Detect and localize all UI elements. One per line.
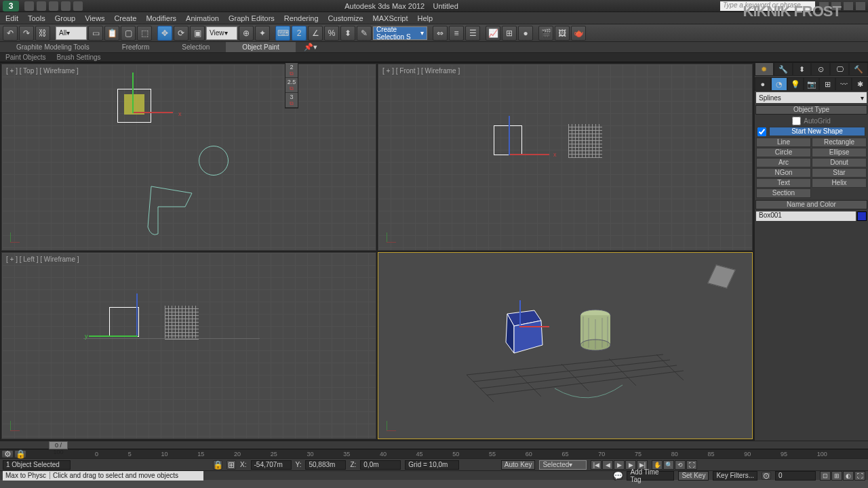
keymode-dropdown[interactable]: Selected ▾ <box>539 460 587 470</box>
tab-freeform[interactable]: Freeform <box>106 42 166 52</box>
nav-orbit-icon[interactable]: ⟲ <box>675 460 686 470</box>
key-filters[interactable]: Key Filters... <box>713 471 757 481</box>
btn-donut[interactable]: Donut <box>812 158 867 167</box>
selection-filter[interactable]: All ▾ <box>56 26 87 40</box>
track-cfg-icon[interactable]: ⚙ <box>1 450 14 458</box>
cmdtab-utilities-icon[interactable]: 🔨 <box>849 62 868 76</box>
viewport-top[interactable]: [ + ] [ Top ] [ Wireframe ] x <box>1 64 376 251</box>
curve-editor-icon[interactable]: 📈 <box>486 26 500 41</box>
manipulate-icon[interactable]: ✦ <box>255 26 270 41</box>
subtab-brushsettings[interactable]: Brush Settings <box>56 54 100 61</box>
nav-max-icon[interactable]: ⛶ <box>686 460 697 470</box>
setkey-button[interactable]: Set Key <box>678 471 709 481</box>
qat-save-icon[interactable] <box>49 1 58 11</box>
qat-undo-icon[interactable] <box>61 1 71 11</box>
tab-graphite[interactable]: Graphite Modeling Tools <box>0 42 106 52</box>
viewport-label[interactable]: [ + ] [ Left ] [ Wireframe ] <box>6 256 79 263</box>
close-icon[interactable] <box>856 2 865 10</box>
select-move-icon[interactable]: ✥ <box>157 26 172 41</box>
nav-fov-icon[interactable]: ◐ <box>843 471 854 481</box>
object-name-input[interactable]: Box001 <box>756 211 856 221</box>
lock-selection-icon[interactable]: 🔒 <box>213 460 222 470</box>
pivot-icon[interactable]: ⊕ <box>239 26 254 41</box>
maximize-icon[interactable] <box>844 2 853 10</box>
btn-helix[interactable]: Helix <box>812 178 867 188</box>
menu-help[interactable]: Help <box>418 14 433 22</box>
select-name-icon[interactable]: 📋 <box>104 26 119 41</box>
nav-zoom-all-icon[interactable]: ⊞ <box>831 471 842 481</box>
category-dropdown[interactable]: Splines▾ <box>756 92 867 103</box>
align-icon[interactable]: ≡ <box>449 26 464 41</box>
redo-icon[interactable]: ↷ <box>19 26 34 41</box>
ribbon-pin-icon[interactable]: 📌▾ <box>296 43 326 52</box>
play-icon[interactable]: ▶ <box>614 460 625 470</box>
menu-edit[interactable]: Edit <box>5 14 18 22</box>
startnewshape-checkbox[interactable] <box>757 127 766 136</box>
rollout-objecttype[interactable]: Object Type <box>755 105 867 115</box>
autogrid-checkbox[interactable] <box>792 117 801 125</box>
spinner-snap-icon[interactable]: ⬍ <box>340 26 355 41</box>
angle-snap-icon[interactable]: ∠ <box>308 26 323 41</box>
start-new-shape-button[interactable]: Start New Shape <box>769 127 865 136</box>
snap-3[interactable]: 3⧉ <box>285 93 298 108</box>
cmdtab-modify-icon[interactable]: 🔧 <box>774 62 793 76</box>
ref-coord[interactable]: View ▾ <box>206 26 237 40</box>
window-crossing-icon[interactable]: ⬚ <box>137 26 152 41</box>
add-time-tag[interactable]: Add Time Tag <box>627 471 674 481</box>
trackbar[interactable]: ⚙ 🔒 0510 152025 303540 455055 606570 758… <box>0 449 868 458</box>
mirror-icon[interactable]: ⇔ <box>433 26 448 41</box>
btn-circle[interactable]: Circle <box>756 148 811 157</box>
snap-2[interactable]: 2⧉ <box>285 63 298 78</box>
tab-objectpaint[interactable]: Object Paint <box>226 42 295 52</box>
rollout-namecolor[interactable]: Name and Color <box>755 200 867 209</box>
nav-min-max-icon[interactable]: ⛶ <box>854 471 865 481</box>
subtab-paintobjects[interactable]: Paint Objects <box>5 54 45 61</box>
menu-maxscript[interactable]: MAXScript <box>373 14 408 22</box>
menu-animation[interactable]: Animation <box>186 14 219 22</box>
cat-cameras-icon[interactable]: 📷 <box>804 77 820 91</box>
menu-modifiers[interactable]: Modifiers <box>146 14 176 22</box>
menu-grapheditors[interactable]: Graph Editors <box>229 14 275 22</box>
cmdtab-display-icon[interactable]: 🖵 <box>830 62 849 76</box>
tab-selection[interactable]: Selection <box>165 42 226 52</box>
app-logo[interactable]: 3 <box>3 1 19 12</box>
cat-shapes-icon[interactable]: ◔ <box>771 77 787 91</box>
menu-create[interactable]: Create <box>114 14 136 22</box>
cmdtab-hierarchy-icon[interactable]: ⬍ <box>793 62 812 76</box>
nav-zoom-ext-icon[interactable]: ⊡ <box>820 471 831 481</box>
menu-views[interactable]: Views <box>85 14 104 22</box>
coord-z[interactable]: 0,0m <box>360 460 401 470</box>
btn-text[interactable]: Text <box>756 178 811 188</box>
time-slider-bar[interactable]: 0 / 100 <box>0 441 868 449</box>
abs-rel-icon[interactable]: ⊞ <box>226 460 236 470</box>
viewport-front[interactable]: [ + ] [ Front ] [ Wireframe ] x <box>378 64 753 251</box>
render-icon[interactable]: 🫖 <box>571 26 586 41</box>
viewport-label[interactable]: [ + ] [ Front ] [ Wireframe ] <box>382 67 460 75</box>
snap-25[interactable]: 2.5⧉ <box>285 78 298 93</box>
snap-toggle-icon[interactable]: 2 <box>292 26 307 41</box>
select-region-icon[interactable]: ▢ <box>121 26 136 41</box>
viewport-left[interactable]: [ + ] [ Left ] [ Wireframe ] y <box>1 252 376 439</box>
current-frame[interactable]: 0 <box>775 471 816 481</box>
render-frame-icon[interactable]: 🖼 <box>555 26 570 41</box>
qat-new-icon[interactable] <box>24 1 34 11</box>
undo-icon[interactable]: ↶ <box>3 26 18 41</box>
menu-group[interactable]: Group <box>55 14 76 22</box>
cat-lights-icon[interactable]: 💡 <box>787 77 804 91</box>
btn-line[interactable]: Line <box>756 138 811 147</box>
cat-geometry-icon[interactable]: ● <box>755 77 771 91</box>
prev-frame-icon[interactable]: ◀ <box>602 460 613 470</box>
select-rotate-icon[interactable]: ⟳ <box>174 26 189 41</box>
qat-open-icon[interactable] <box>37 1 46 11</box>
btn-arc[interactable]: Arc <box>756 158 811 167</box>
menu-rendering[interactable]: Rendering <box>284 14 319 22</box>
track-lock-icon[interactable]: 🔒 <box>14 450 26 458</box>
btn-ellipse[interactable]: Ellipse <box>812 148 867 157</box>
btn-section[interactable]: Section <box>756 188 811 198</box>
coord-y[interactable]: 50,883m <box>305 460 346 470</box>
autokey-button[interactable]: Auto Key <box>501 460 536 470</box>
edit-named-icon[interactable]: ✎ <box>357 26 372 41</box>
cmdtab-motion-icon[interactable]: ⊙ <box>811 62 830 76</box>
object-color-swatch[interactable] <box>857 211 867 221</box>
layers-icon[interactable]: ☰ <box>465 26 480 41</box>
